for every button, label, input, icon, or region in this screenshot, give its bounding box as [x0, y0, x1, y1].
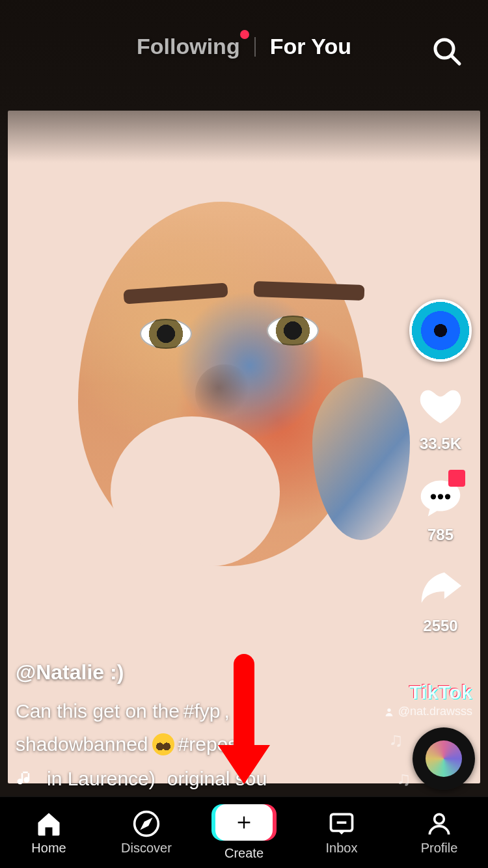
heart-icon — [419, 386, 462, 429]
caption-text: , i — [224, 696, 239, 726]
nav-discover[interactable]: Discover — [104, 809, 189, 856]
nav-label: Home — [31, 841, 66, 856]
music-note-icon: ♫ — [397, 768, 412, 790]
nav-label: Discover — [121, 841, 172, 856]
sound-disc[interactable] — [413, 727, 475, 790]
caption-line[interactable]: Can this get on the #fyp, i — [16, 696, 377, 726]
svg-point-2 — [431, 494, 436, 499]
search-button[interactable] — [427, 31, 466, 70]
search-icon — [431, 35, 462, 66]
compass-icon — [132, 809, 161, 838]
nav-create[interactable]: Create — [202, 804, 286, 861]
svg-point-10 — [435, 814, 444, 824]
app-screen: Following For You 33.5K — [0, 0, 488, 868]
gift-badge-icon — [448, 470, 465, 487]
caption-text: shadowbanned — [16, 729, 148, 759]
nav-label: Create — [224, 846, 264, 861]
painting-detail — [195, 364, 254, 423]
sound-text-a: in Laurence) — [47, 768, 156, 790]
disc-art — [426, 740, 462, 777]
share-button[interactable]: 2550 — [417, 566, 464, 635]
notification-dot-icon — [240, 30, 249, 39]
person-icon — [384, 707, 394, 717]
svg-point-5 — [387, 708, 390, 711]
pleading-face-emoji-icon — [152, 733, 174, 755]
plus-icon — [235, 813, 253, 832]
tab-for-you[interactable]: For You — [270, 34, 351, 59]
like-count: 33.5K — [420, 435, 461, 453]
watermark-logo: TikTok — [384, 681, 472, 703]
painting-detail — [267, 316, 319, 346]
sound-text-b: original sou — [167, 768, 267, 790]
bottom-nav: Home Discover Create Inbox — [0, 796, 488, 868]
caption-hashtag[interactable]: #fyp — [183, 696, 221, 726]
svg-line-1 — [452, 56, 459, 64]
caption-line[interactable]: shadowbanned #repos — [16, 729, 377, 759]
svg-point-4 — [445, 494, 450, 499]
tab-label: For You — [270, 34, 351, 59]
create-button[interactable] — [215, 804, 273, 841]
action-rail: 33.5K 785 2550 — [405, 299, 476, 635]
nav-label: Profile — [421, 841, 458, 856]
share-count: 2550 — [423, 617, 457, 635]
profile-icon — [425, 809, 454, 838]
nav-home[interactable]: Home — [7, 809, 91, 856]
nav-label: Inbox — [326, 841, 358, 856]
tab-following[interactable]: Following — [137, 34, 240, 59]
tiktok-watermark: TikTok @nat.drawsss — [384, 681, 472, 718]
inbox-icon — [327, 809, 356, 838]
caption-hashtag[interactable]: #repos — [178, 729, 238, 759]
caption-text: Can this get on the — [16, 696, 180, 726]
tab-label: Following — [137, 34, 240, 59]
feed-tabs: Following For You — [0, 34, 488, 59]
tab-separator — [254, 37, 256, 57]
nav-profile[interactable]: Profile — [397, 809, 481, 856]
caption-block: @Natalie :) Can this get on the #fyp, i … — [16, 660, 377, 790]
watermark-handle-text: @nat.drawsss — [398, 705, 472, 718]
creator-avatar[interactable] — [409, 299, 472, 362]
top-gradient — [0, 0, 488, 163]
svg-point-3 — [438, 494, 443, 499]
nav-inbox[interactable]: Inbox — [299, 809, 384, 856]
watermark-handle: @nat.drawsss — [384, 705, 472, 718]
home-icon — [34, 809, 63, 838]
music-icon — [16, 769, 35, 789]
comment-button[interactable]: 785 — [417, 475, 464, 544]
painting-detail — [140, 319, 192, 349]
svg-marker-7 — [143, 821, 150, 828]
like-button[interactable]: 33.5K — [417, 384, 464, 453]
sound-row[interactable]: in Laurence) original sou — [16, 768, 377, 790]
share-icon — [418, 567, 463, 612]
comment-count: 785 — [427, 526, 454, 544]
music-note-icon: ♫ — [389, 729, 404, 751]
creator-username[interactable]: @Natalie :) — [16, 660, 377, 685]
